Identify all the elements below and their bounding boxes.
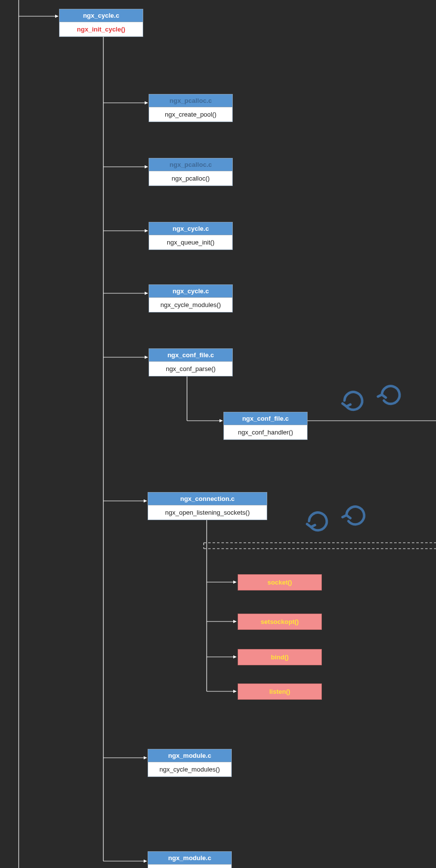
node-header: ngx_pcalloc.c <box>149 158 232 171</box>
node-ngx-conf-parse: ngx_conf_file.c ngx_conf_parse() <box>149 348 233 376</box>
node-ngx-create-pool: ngx_pcalloc.c ngx_create_pool() <box>149 94 233 122</box>
node-ngx-open-listening-sockets: ngx_connection.c ngx_open_listening_sock… <box>148 492 267 520</box>
node-body: ngx_cycle_modules() <box>148 762 231 776</box>
node-ngx-cycle-modules-1: ngx_cycle.c ngx_cycle_modules() <box>149 284 233 312</box>
node-body: ngx_conf_parse() <box>149 362 232 376</box>
leaf-socket: socket() <box>238 574 322 590</box>
node-ngx-pcalloc: ngx_pcalloc.c ngx_pcalloc() <box>149 158 233 186</box>
node-body: ngx_pcalloc() <box>149 171 232 186</box>
node-header: ngx_conf_file.c <box>224 412 307 425</box>
node-header: ngx_cycle.c <box>149 285 232 298</box>
node-body: ngx_create_pool() <box>149 107 232 122</box>
node-ngx-cycle-modules-2: ngx_module.c ngx_cycle_modules() <box>148 749 232 777</box>
node-header: ngx_conf_file.c <box>149 349 232 362</box>
node-body: ngx_init_cycle() <box>60 22 143 36</box>
node-header: ngx_connection.c <box>148 493 267 505</box>
cycle-icon <box>343 386 400 410</box>
node-header: ngx_module.c <box>148 852 231 865</box>
leaf-bind: bind() <box>238 649 322 665</box>
leaf-listen: listen() <box>238 683 322 700</box>
node-ngx-init-modules: ngx_module.c ngx_init_modules() <box>148 851 232 868</box>
node-ngx-queue-init: ngx_cycle.c ngx_queue_init() <box>149 222 233 250</box>
node-body: ngx_open_listening_sockets() <box>148 505 267 520</box>
cycle-icon <box>307 507 364 530</box>
node-ngx-conf-handler: ngx_conf_file.c ngx_conf_handler() <box>223 412 308 440</box>
leaf-setsockopt: setsockopt() <box>238 614 322 630</box>
node-ngx-init-cycle: ngx_cycle.c ngx_init_cycle() <box>59 9 143 37</box>
node-header: ngx_cycle.c <box>149 222 232 235</box>
node-body: ngx_init_modules() <box>148 865 231 868</box>
node-body: ngx_conf_handler() <box>224 425 307 439</box>
node-body: ngx_queue_init() <box>149 235 232 249</box>
node-header: ngx_cycle.c <box>60 9 143 22</box>
node-header: ngx_pcalloc.c <box>149 94 232 107</box>
node-header: ngx_module.c <box>148 749 231 762</box>
node-body: ngx_cycle_modules() <box>149 298 232 312</box>
